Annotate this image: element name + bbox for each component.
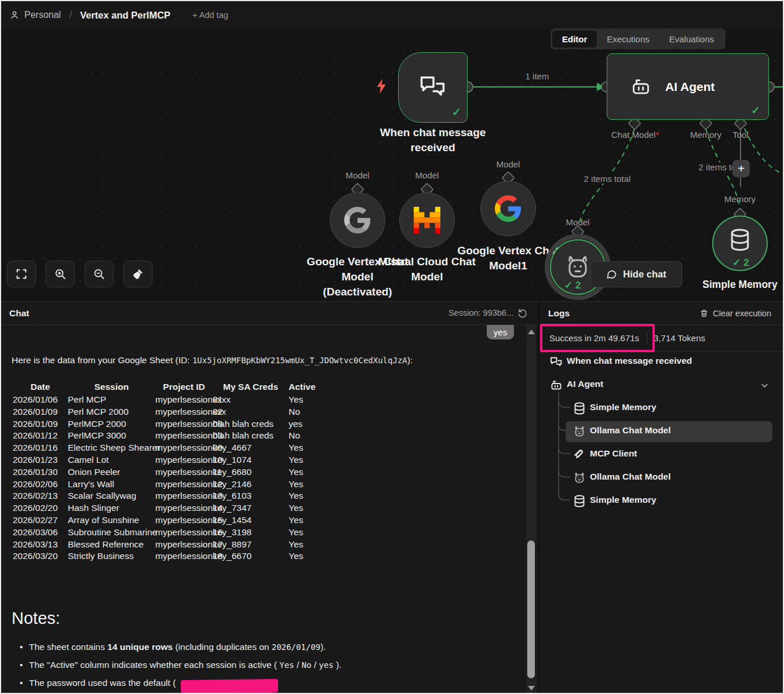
success-check-icon: ✓ bbox=[452, 105, 461, 119]
notes-heading: Notes: bbox=[12, 609, 60, 628]
log-tree-item-when-chat-message-received[interactable]: When chat message received bbox=[540, 350, 784, 374]
zoom-out-button[interactable] bbox=[85, 261, 114, 287]
table-cell: key_1074 bbox=[213, 454, 289, 466]
table-cell: Perl MCP 2000 bbox=[68, 406, 155, 418]
log-tree-item-ai-agent[interactable]: AI Agent bbox=[540, 374, 784, 397]
log-tree-item-mcp-client[interactable]: MCP Client bbox=[540, 443, 784, 466]
port-label-memory: Memory bbox=[685, 130, 727, 140]
table-cell: 2026/01/23 bbox=[13, 454, 68, 466]
log-tree-label: Simple Memory bbox=[590, 495, 657, 505]
chevron-down-icon[interactable] bbox=[760, 381, 769, 390]
chat-panel: Chat Session: 993b6... yes Here is the d… bbox=[1, 301, 538, 694]
execution-status: Success in 2m 49.671s bbox=[549, 333, 639, 343]
log-tree-item-ollama-chat-model[interactable]: Ollama Chat Model bbox=[540, 466, 784, 490]
chat-message-area[interactable]: Here is the data from your Google Sheet … bbox=[1, 325, 526, 694]
table-cell: key_2146 bbox=[213, 479, 289, 491]
table-cell: 2026/03/20 bbox=[13, 550, 68, 562]
col-header-session: Session bbox=[68, 380, 155, 394]
table-row: 2026/03/20Strictly Businessmyperlsession… bbox=[13, 550, 323, 562]
log-tree-item-simple-memory[interactable]: Simple Memory bbox=[540, 397, 784, 420]
chat-bubbles-icon bbox=[418, 72, 448, 102]
database-icon bbox=[727, 227, 753, 253]
trigger-node-label: When chat message received bbox=[366, 125, 499, 155]
table-cell: Hash Slinger bbox=[68, 502, 155, 514]
person-icon bbox=[9, 10, 20, 20]
memory-run-badge: ✓ 2 bbox=[732, 257, 749, 269]
workflow-title[interactable]: Vertex and PerlMCP bbox=[80, 10, 170, 21]
breadcrumb-separator: / bbox=[65, 9, 75, 21]
add-tool-button[interactable]: + bbox=[732, 160, 750, 177]
hide-chat-button[interactable]: Hide chat bbox=[590, 261, 682, 287]
table-cell: No bbox=[289, 430, 323, 442]
table-cell: key_6670 bbox=[213, 550, 289, 562]
table-cell: 2026/02/27 bbox=[13, 514, 68, 527]
reset-session-icon[interactable] bbox=[517, 308, 528, 319]
log-tree-label: Ollama Chat Model bbox=[590, 425, 671, 436]
breadcrumb-project[interactable]: Personal bbox=[24, 10, 61, 20]
clear-execution-button[interactable]: Clear execution bbox=[699, 302, 771, 325]
table-cell: Blessed Reference bbox=[68, 539, 155, 551]
table-cell: 2026/02/06 bbox=[13, 479, 68, 491]
scrollbar-thumb[interactable] bbox=[527, 540, 535, 678]
tab-executions[interactable]: Executions bbox=[597, 31, 659, 48]
workflow-canvas[interactable]: ✓ When chat message received 1 item AI A… bbox=[1, 29, 784, 301]
node-google-vertex-chat-model1[interactable] bbox=[480, 181, 536, 236]
table-cell: Camel Lot bbox=[68, 454, 155, 466]
robot-icon bbox=[549, 378, 563, 392]
session-id[interactable]: Session: 993b6... bbox=[448, 308, 513, 317]
log-tree-item-ollama-chat-model[interactable]: Ollama Chat Model bbox=[540, 420, 784, 443]
simple-memory-node-label: Simple Memory bbox=[682, 277, 784, 292]
add-tag-button[interactable]: + Add tag bbox=[192, 10, 228, 20]
table-cell: key_6680 bbox=[213, 466, 289, 479]
note-password: The password used was the default ( bbox=[29, 678, 176, 688]
fit-view-button[interactable] bbox=[7, 261, 36, 287]
table-cell: blah blah creds bbox=[213, 430, 289, 442]
table-row: 2026/01/09Perl MCP 2000myperlsession02xx… bbox=[13, 406, 323, 418]
logs-panel-title: Logs bbox=[548, 308, 570, 319]
table-cell: Yes bbox=[289, 466, 323, 479]
zoom-in-button[interactable] bbox=[46, 261, 75, 287]
table-cell: 2026/02/13 bbox=[13, 490, 68, 502]
n8n-workflow-window: Personal / Vertex and PerlMCP + Add tag … bbox=[0, 0, 784, 694]
node-when-chat-message-received[interactable]: ✓ bbox=[398, 52, 468, 123]
robot-icon bbox=[629, 75, 652, 98]
tab-editor[interactable]: Editor bbox=[552, 31, 597, 48]
table-cell: Yes bbox=[289, 394, 323, 406]
scroll-down-arrow[interactable] bbox=[528, 686, 535, 691]
table-cell: myperlsession11 bbox=[155, 466, 213, 479]
table-cell: blah blah creds bbox=[213, 418, 289, 430]
table-row: 2026/01/30Onion Peelermyperlsession11key… bbox=[13, 466, 323, 479]
tidy-up-button[interactable] bbox=[123, 261, 152, 287]
log-tree-item-simple-memory[interactable]: Simple Memory bbox=[540, 490, 784, 513]
table-cell: 2026/01/09 bbox=[13, 418, 68, 430]
execution-summary: Success in 2m 49.671s 3,714 Tokens bbox=[540, 325, 784, 352]
table-cell: myperlsession16 bbox=[155, 527, 213, 539]
chat-panel-header: Chat Session: 993b6... bbox=[1, 302, 538, 325]
execute-lightning-icon bbox=[375, 79, 388, 94]
database-icon bbox=[572, 494, 586, 508]
note-unique-rows: The sheet contains 14 unique rows (inclu… bbox=[29, 642, 326, 652]
table-cell: Yes bbox=[289, 454, 323, 466]
table-cell: myperlsession03 bbox=[155, 430, 213, 442]
tab-evaluations[interactable]: Evaluations bbox=[659, 31, 724, 48]
log-tree-label: MCP Client bbox=[590, 448, 637, 459]
node-mistral-cloud-chat-model[interactable] bbox=[399, 192, 455, 248]
table-cell: key_8897 bbox=[213, 539, 289, 551]
table-row: 2026/01/23Camel Lotmyperlsession10key_10… bbox=[13, 454, 323, 466]
table-cell: myperlsession14 bbox=[155, 502, 213, 514]
note-active-column: The "Active" column indicates whether ea… bbox=[29, 660, 341, 670]
table-row: 2026/02/20Hash Slingermyperlsession14key… bbox=[13, 502, 323, 514]
table-cell: xxxx bbox=[213, 394, 289, 406]
table-cell: 2026/01/09 bbox=[13, 406, 68, 418]
bot-message-intro: Here is the data from your Google Sheet … bbox=[12, 355, 413, 366]
breadcrumb: Personal / Vertex and PerlMCP + Add tag bbox=[1, 9, 228, 21]
node-ai-agent[interactable]: AI Agent ✓ bbox=[607, 53, 769, 120]
chat-scrollbar[interactable] bbox=[526, 325, 536, 694]
table-cell: 2026/03/06 bbox=[13, 527, 68, 539]
table-row: 2026/01/06Perl MCPmyperlsession01xxxxYes bbox=[13, 394, 323, 406]
node-google-vertex-chat-model[interactable] bbox=[330, 192, 385, 248]
scroll-up-arrow[interactable] bbox=[528, 330, 535, 334]
port-label-model: Model bbox=[334, 170, 381, 180]
table-cell: myperlsession13 bbox=[155, 490, 213, 502]
mistral-logo-icon bbox=[414, 207, 440, 233]
